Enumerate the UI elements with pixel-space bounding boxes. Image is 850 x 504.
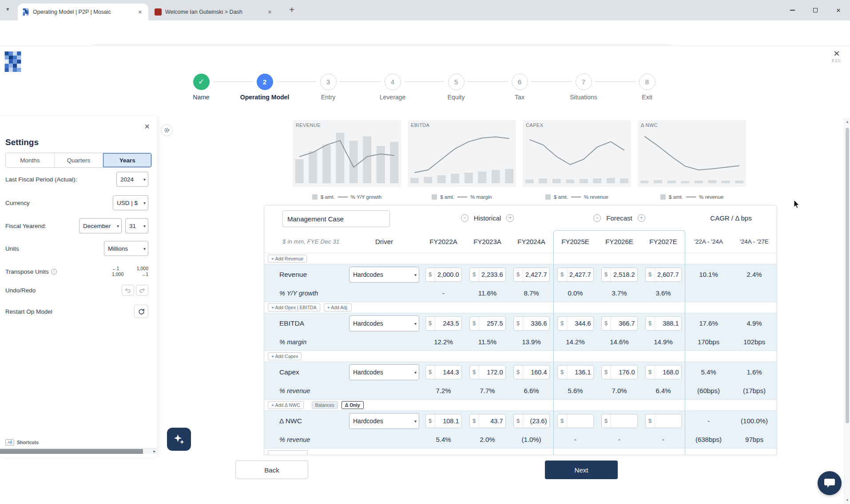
last-fiscal-select[interactable]: 2024 [116, 172, 148, 187]
historical-add-column-button[interactable]: + [506, 214, 514, 222]
revenue-sparkline [293, 120, 401, 187]
period-months-button[interactable]: Months [6, 153, 55, 167]
tab-search-chevron-icon[interactable]: ▾ [6, 6, 9, 12]
fye-day-select[interactable]: 31 [125, 218, 148, 233]
value-input[interactable] [523, 271, 549, 278]
value-input[interactable] [523, 369, 549, 376]
ebitda-driver-select[interactable]: Hardcodes [349, 315, 419, 331]
add-adj-chip[interactable]: + Add Adj. [324, 303, 352, 311]
settings-gear-button[interactable] [161, 124, 173, 136]
info-icon[interactable]: i [51, 269, 57, 275]
value-input[interactable] [611, 320, 637, 327]
minimize-button[interactable] [781, 0, 804, 20]
step-tax[interactable]: 6 Tax [486, 74, 553, 101]
capex-mini-chart: CAPEX [523, 120, 631, 187]
close-icon: ✕ [827, 50, 846, 58]
tab-operating-model[interactable]: Operating Model | P2P | Mosaic ✕ [18, 4, 148, 20]
value-input[interactable] [479, 369, 505, 376]
scroll-down-arrow-icon[interactable]: ▼ [844, 498, 850, 502]
add-revenue-chip[interactable]: + Add Revenue [268, 255, 307, 263]
row-label: % revenue [264, 436, 347, 443]
case-name-input[interactable] [282, 210, 390, 227]
ebitda-mini-chart: EBITDA [408, 120, 516, 187]
value-input[interactable] [655, 417, 681, 425]
units-select[interactable]: Millions [104, 241, 148, 256]
nwc-balances-toggle[interactable]: Balances [312, 401, 338, 409]
value-input[interactable] [655, 369, 681, 376]
step-situations[interactable]: 7 Situations [550, 74, 617, 101]
restart-op-model-button[interactable] [134, 305, 148, 318]
value-input[interactable] [611, 417, 637, 425]
close-window-button[interactable]: ✕ [827, 0, 850, 20]
value-input[interactable] [435, 320, 461, 327]
chat-support-button[interactable] [818, 471, 842, 495]
value-input[interactable] [479, 320, 505, 327]
step-name[interactable]: ✓ Name [168, 74, 234, 101]
back-button[interactable]: Back [235, 461, 308, 479]
value-input[interactable] [435, 271, 461, 278]
nwc-delta-only-toggle[interactable]: Δ Only [342, 401, 364, 409]
period-years-button[interactable]: Years [103, 153, 151, 167]
revenue-mini-chart: REVENUE [293, 120, 401, 187]
step-equity[interactable]: 5 Equity [423, 74, 489, 101]
money-cell: $ [557, 414, 594, 428]
scrollbar-thumb[interactable] [846, 128, 849, 423]
value-input[interactable] [655, 271, 681, 278]
scroll-up-arrow-icon[interactable]: ▲ [844, 120, 850, 124]
maximize-button[interactable] [804, 0, 827, 20]
value-input[interactable] [567, 417, 593, 425]
value-input[interactable] [435, 417, 461, 425]
shortcuts-badge[interactable]: All [5, 439, 14, 445]
value-input[interactable] [479, 271, 505, 278]
capex-driver-select[interactable]: Hardcodes [349, 364, 419, 380]
redo-button[interactable] [136, 285, 148, 295]
nwc-driver-select[interactable]: Hardcodes [349, 413, 419, 429]
new-tab-button[interactable]: + [286, 4, 298, 16]
next-button[interactable]: Next [545, 461, 618, 479]
scroll-right-arrow-icon[interactable]: ► [153, 449, 156, 453]
step-operating-model[interactable]: 2 Operating Model [231, 74, 298, 101]
tab-close-icon[interactable]: ✕ [266, 8, 274, 16]
close-wizard-button[interactable]: ✕ ESC [827, 50, 846, 63]
add-opex-chip[interactable]: + Add Opex | EBITDA [268, 303, 320, 311]
ebitda-margin-row: % margin 12.2% 11.5% 13.9% 14.2% 14.6% 1… [264, 333, 777, 351]
period-quarters-button[interactable]: Quarters [55, 153, 103, 167]
value-input[interactable] [523, 417, 549, 425]
column-header: FY2026E [597, 238, 641, 245]
tab-close-icon[interactable]: ✕ [136, 8, 144, 16]
value-input[interactable] [523, 320, 549, 327]
step-entry[interactable]: 3 Entry [295, 74, 361, 101]
value-input[interactable] [655, 320, 681, 327]
amount-swatch-icon [432, 194, 437, 200]
step-exit[interactable]: 8 Exit [614, 74, 680, 101]
forecast-add-column-button[interactable]: + [638, 214, 645, 222]
transpose-units-control[interactable]: ←11,000 1,000→1 [112, 266, 148, 277]
value-input[interactable] [567, 271, 593, 278]
tab-welcome-dashboard[interactable]: Welcome Ian Gutwinski > Dash ✕ [150, 4, 278, 20]
value-input[interactable] [567, 369, 593, 376]
value-input[interactable] [435, 369, 461, 376]
step-leverage[interactable]: 4 Leverage [359, 74, 426, 101]
fye-month-select[interactable]: December [79, 218, 122, 233]
undo-button[interactable] [122, 285, 134, 295]
page-vertical-scrollbar[interactable]: ▲ ▼ [844, 118, 850, 504]
add-chip[interactable] [268, 450, 308, 455]
add-nwc-chip[interactable]: + Add Δ NWC [268, 401, 304, 409]
ai-assistant-button[interactable] [167, 428, 191, 451]
historical-remove-column-button[interactable]: − [461, 214, 469, 222]
panel-horizontal-scrollbar[interactable]: ► [0, 448, 157, 454]
period-segmented-control: Months Quarters Years [5, 153, 152, 168]
revenue-driver-select[interactable]: Hardcodes [349, 267, 419, 283]
add-capex-chip[interactable]: + Add Capex [268, 352, 302, 360]
amount-swatch-icon [660, 194, 666, 200]
value-input[interactable] [611, 369, 637, 376]
currency-select[interactable]: USD | $ [113, 195, 148, 210]
forecast-remove-column-button[interactable]: − [593, 214, 601, 222]
value-input[interactable] [611, 271, 637, 278]
settings-close-icon[interactable]: ✕ [144, 122, 150, 131]
money-cell: $ [425, 268, 462, 282]
value-input[interactable] [479, 417, 505, 425]
scrollbar-thumb[interactable] [0, 449, 143, 454]
money-cell: $ [469, 316, 506, 331]
value-input[interactable] [567, 320, 593, 327]
